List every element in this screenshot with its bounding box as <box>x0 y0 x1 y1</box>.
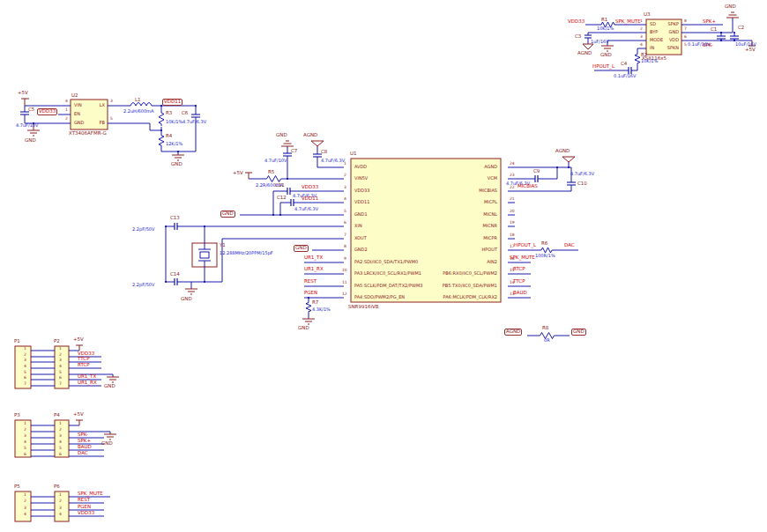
connector-p1-body <box>15 346 31 388</box>
p3-ref: P3 <box>14 413 20 418</box>
soc-part: SNR9916iVB <box>348 305 379 310</box>
amp-pinnum-6: 6 <box>684 35 687 40</box>
resistor-r2 <box>635 53 640 65</box>
reg-pin-fb: FB <box>92 121 105 125</box>
c6-value: 4.7uF/6.3V <box>182 120 206 124</box>
amp-pin-spkn: SPKN <box>661 46 679 50</box>
gnd-symbol-p4 <box>104 434 116 440</box>
c5-ref: C5 <box>28 107 34 113</box>
resistor-r3 <box>159 111 164 126</box>
net-label-ur1-rx: UR1_RX <box>304 267 324 272</box>
y1-value: 12.288MHz/20PPM/15pF <box>220 251 273 255</box>
p4-net-spkp: SPK+ <box>78 439 91 444</box>
soc-pin-micnr: MICNR <box>397 224 497 228</box>
resistor-r5 <box>264 176 284 182</box>
net-label-vdd33-amp: VDD33 <box>568 19 585 25</box>
gnd-label-reg: GND <box>171 162 182 167</box>
soc-pinnum-2: 2 <box>344 174 346 178</box>
gnd-port-pin5: GND <box>220 211 235 218</box>
p5v-label-soc: +5V <box>233 171 243 176</box>
amp-pinnum-7: 7 <box>684 27 687 32</box>
p1-pinnum: 1 <box>24 347 26 351</box>
p1-pinnum: 2 <box>24 353 26 358</box>
gnd-symbol-r7 <box>302 319 315 324</box>
p4-pinnum: 3 <box>59 434 62 439</box>
soc-pin-xout: XOUT <box>354 236 367 240</box>
gnd-label-p2: GND <box>104 384 115 389</box>
p4-net-dac: DAC <box>78 451 88 456</box>
gnd-symbol-reg-out <box>172 155 184 160</box>
component-bodies[interactable] <box>15 19 681 521</box>
c8-ref: C8 <box>321 150 327 155</box>
soc-pinnum-20: 20 <box>510 210 515 214</box>
soc-pinnum-24: 24 <box>510 162 515 166</box>
reg-part: XT3406AFMR-G <box>69 131 107 137</box>
soc-pinnum-18: 18 <box>510 233 515 238</box>
soc-pinnum-10: 10 <box>342 269 347 273</box>
p4-pinnum: 1 <box>59 422 62 426</box>
c10-ref: C10 <box>577 181 587 187</box>
soc-pin-xin: XIN <box>354 224 362 228</box>
p4-pinnum: 2 <box>59 428 62 432</box>
net-label-pgen: PGEN <box>304 291 317 296</box>
gnd-symbol-amp-top <box>726 12 739 18</box>
c9-ref: C9 <box>533 169 540 174</box>
net-label-spk-mute-amp: SPK_MUTE <box>615 19 641 25</box>
p2-pinnum: 1 <box>59 347 62 351</box>
r8-ref: R8 <box>542 326 548 331</box>
p3-pinnum: 5 <box>24 447 26 451</box>
p2-net-ur1-tx: UR1_TX <box>78 374 96 380</box>
reg-pinnum-2: 2 <box>65 117 68 122</box>
p5-pinnum: 3 <box>24 506 26 511</box>
agnd-symbol-c8 <box>311 141 324 146</box>
reg-pinnum-1: 1 <box>65 108 68 113</box>
soc-pinnum-6: 6 <box>344 221 346 225</box>
gnd-label-crystal: GND <box>181 297 192 302</box>
soc-pin-gnd2: GND2 <box>354 248 368 252</box>
cap-c11 <box>287 188 290 195</box>
cap-c9 <box>535 175 538 182</box>
c6-ref: C6 <box>182 111 188 116</box>
net-label-vdd33-soc: VDD33 <box>302 185 318 190</box>
cap-c6 <box>191 115 200 117</box>
r5-ref: R5 <box>268 170 274 175</box>
amp-pinnum-4: 4 <box>640 43 643 48</box>
reg-pinnum-4: 4 <box>65 100 68 104</box>
c13-value: 2.2pF/50V <box>132 227 154 232</box>
p2-pinnum: 2 <box>59 353 62 358</box>
r2-value: 10K/1% <box>641 59 658 63</box>
r6-ref: R6 <box>541 241 547 247</box>
soc-pin-vdd33: VDD33 <box>354 188 369 193</box>
connector-p2-body <box>55 346 69 388</box>
reg-pinnum-5: 5 <box>110 117 113 122</box>
p2-pinnum: 6 <box>59 376 62 381</box>
c14-ref: C14 <box>170 272 180 277</box>
p5v-flag-reg <box>21 99 29 106</box>
cap-c12 <box>291 199 294 206</box>
p5v-label-p4: +5V <box>73 412 84 417</box>
p4-net-spkn: SPK- <box>78 432 88 438</box>
soc-pin-micnl: MICNL <box>397 212 497 217</box>
r7-ref: R7 <box>312 300 318 306</box>
p1-ref: P1 <box>14 339 20 344</box>
gnd-label-c5: GND <box>25 138 36 144</box>
c11-ref: C11 <box>275 183 285 188</box>
p5-pinnum: 4 <box>24 513 26 517</box>
soc-pinnum-7: 7 <box>344 233 346 238</box>
c3-value: 1uF/16V <box>591 40 609 44</box>
soc-pin-vdd11: VDD11 <box>354 200 369 204</box>
p6-pinnum: 1 <box>59 493 62 498</box>
p6-net-rest: REST <box>78 498 90 503</box>
c12-ref: C12 <box>277 196 287 201</box>
gnd-label-amp-top: GND <box>725 4 736 10</box>
p6-net-pgen: PGEN <box>78 505 91 510</box>
connector-p3-body <box>15 420 31 457</box>
p5v-flag-soc <box>245 173 252 179</box>
net-label-spkp: SPK+ <box>703 19 716 25</box>
p4-pinnum: 6 <box>59 453 62 457</box>
net-label-hpout-soc: HPOUT_L <box>514 243 536 248</box>
l1-value: 2.2uH/600mA <box>123 109 153 114</box>
soc-pin-agnd: AGND <box>397 165 497 169</box>
reg-pinnum-3: 3 <box>110 100 113 104</box>
p4-pinnum: 4 <box>59 440 62 445</box>
